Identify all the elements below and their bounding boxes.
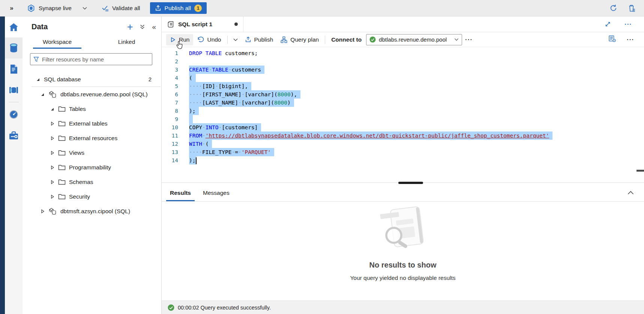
collapsed-twisty-icon[interactable] (50, 194, 55, 199)
tree-item-dbtmsft-azsyn-cipool-sql[interactable]: dbtmsft.azsyn.cipool (SQL) (23, 204, 161, 218)
sql-code-editor[interactable]: 1DROP TABLE customers;23CREATE·TABLE·cus… (162, 47, 644, 181)
nav-home-button[interactable] (5, 16, 23, 37)
scrollbar-thumb[interactable] (636, 170, 644, 172)
database-icon (9, 43, 18, 53)
filter-resources-input[interactable] (42, 56, 149, 63)
discard-all-trash-icon[interactable] (628, 4, 636, 12)
tree-item-sql-database[interactable]: SQL database2 (23, 72, 161, 87)
pool-connected-check-icon (369, 36, 376, 43)
connect-to-pool-select[interactable]: dbtlabs.revenue.demo.pool (366, 34, 462, 45)
tab-workspace[interactable]: Workspace (23, 36, 92, 49)
code-line[interactable]: 13····FILE_TYPE·=·'PARQUET' (162, 148, 644, 156)
tab-results[interactable]: Results (164, 184, 197, 201)
query-plan-icon (281, 36, 287, 43)
nav-develop-button[interactable] (5, 58, 23, 79)
collapse-results-chevron-up-icon[interactable] (627, 184, 644, 201)
publish-all-label: Publish all (165, 5, 191, 12)
code-line[interactable]: 10COPY·INTO·[customers] (162, 123, 644, 132)
code-line[interactable]: 4( (162, 74, 644, 82)
document-tab-bar: SQL script 1 ··· (162, 16, 644, 32)
collapsed-twisty-icon[interactable] (50, 136, 55, 141)
add-resource-button[interactable]: + (127, 23, 133, 31)
nav-data-button[interactable] (5, 37, 23, 58)
mode-selector[interactable]: Synapse live (23, 4, 75, 12)
collapsed-twisty-icon[interactable] (50, 180, 55, 184)
pool-icon (48, 90, 57, 98)
tree-item-views[interactable]: Views (23, 145, 161, 160)
tree-item-schemas[interactable]: Schemas (23, 175, 161, 189)
collapse-all-icon[interactable] (140, 24, 145, 30)
collapsed-twisty-icon[interactable] (40, 209, 45, 214)
code-line[interactable]: 9 (162, 115, 644, 123)
query-plan-button[interactable]: Query plan (277, 34, 323, 45)
query-plan-label: Query plan (290, 36, 319, 43)
tab-linked[interactable]: Linked (92, 36, 161, 49)
code-text: ····[FIRST_NAME]·[varchar](8000), (189, 90, 300, 99)
publish-icon (245, 36, 251, 43)
line-number: 1 (162, 49, 178, 57)
tab-sql-script-1[interactable]: SQL script 1 (162, 16, 243, 32)
line-number: 6 (162, 90, 178, 99)
toolbar-separator (325, 36, 325, 44)
line-number: 13 (162, 148, 178, 156)
undo-button[interactable]: Undo (193, 34, 225, 45)
expanded-twisty-icon[interactable] (35, 77, 41, 82)
publish-button[interactable]: Publish (241, 34, 277, 45)
folder-icon (58, 179, 66, 185)
collapse-panel-icon[interactable]: « (152, 23, 156, 31)
collapsed-twisty-icon[interactable] (50, 151, 55, 155)
nav-divider (9, 102, 19, 102)
tree-item-tables[interactable]: Tables (23, 102, 161, 116)
resource-tree: SQL database2dbtlabs.revenue.demo.pool (… (23, 70, 161, 314)
line-number: 10 (162, 123, 178, 132)
expand-editor-icon[interactable] (605, 21, 611, 27)
results-splitter[interactable] (162, 181, 644, 184)
data-explorer-panel: Data + « Workspace Linked SQL da (23, 16, 161, 314)
tree-item-security[interactable]: Security (23, 189, 161, 204)
tree-item-dbtlabs-revenue-demo-pool-sql[interactable]: dbtlabs.revenue.demo.pool (SQL) (23, 87, 161, 102)
mode-chevron-down-icon[interactable] (82, 6, 87, 10)
refresh-icon[interactable] (609, 4, 617, 12)
tree-item-external-resources[interactable]: External resources (23, 131, 161, 145)
collapsed-twisty-icon[interactable] (50, 121, 55, 126)
code-line[interactable]: 6····[FIRST_NAME]·[varchar](8000), (162, 90, 644, 99)
line-number: 12 (162, 140, 178, 148)
collapsed-twisty-icon[interactable] (50, 165, 55, 170)
code-text: WITH·( (189, 140, 212, 148)
nav-monitor-button[interactable] (5, 104, 23, 125)
nav-manage-button[interactable] (5, 125, 23, 146)
code-line[interactable]: 7····[LAST_NAME]·[varchar](8000) (162, 99, 644, 107)
expanded-twisty-icon[interactable] (50, 107, 55, 111)
splitter-drag-handle[interactable] (398, 182, 423, 184)
tree-item-programmability[interactable]: Programmability (23, 160, 161, 175)
code-line[interactable]: 3CREATE·TABLE·customers (162, 66, 644, 74)
toolbar-more-actions-button[interactable]: ··· (462, 34, 476, 45)
expand-nav-icon[interactable]: » (0, 4, 23, 12)
folder-icon (58, 164, 66, 170)
code-line[interactable]: 14); (162, 156, 644, 164)
publish-all-button[interactable]: Publish all 1 (150, 2, 207, 14)
synapse-logo-icon (27, 4, 35, 12)
code-line[interactable]: 1DROP TABLE customers; (162, 49, 644, 57)
code-line[interactable]: 5····[ID]·[bigint], (162, 82, 644, 90)
nav-integrate-button[interactable] (5, 79, 23, 100)
run-button[interactable]: Run (166, 34, 193, 45)
code-text: ); (189, 107, 199, 115)
editor-more-actions-button[interactable]: ··· (624, 34, 637, 45)
undo-redo-chevron-down-icon[interactable] (230, 36, 241, 44)
code-line[interactable]: 12WITH·( (162, 140, 644, 148)
code-line[interactable]: 8); (162, 107, 644, 115)
tree-item-external-tables[interactable]: External tables (23, 116, 161, 131)
tab-messages[interactable]: Messages (197, 184, 236, 201)
tree-item-count: 2 (149, 76, 161, 82)
tree-item-label: dbtmsft.azsyn.cipool (SQL) (60, 208, 130, 215)
tab-more-actions-button[interactable]: ··· (621, 19, 635, 30)
document-icon (9, 64, 18, 74)
validate-all-button[interactable]: Validate all (97, 5, 145, 12)
code-line[interactable]: 11FROM·'https://dbtlabsynapsedatalake.bl… (162, 132, 644, 140)
code-line[interactable]: 2 (162, 57, 644, 66)
data-panel-tabs: Workspace Linked (23, 36, 161, 49)
pool-icon (48, 207, 57, 215)
view-settings-icon[interactable] (608, 35, 616, 44)
expanded-twisty-icon[interactable] (40, 92, 45, 97)
